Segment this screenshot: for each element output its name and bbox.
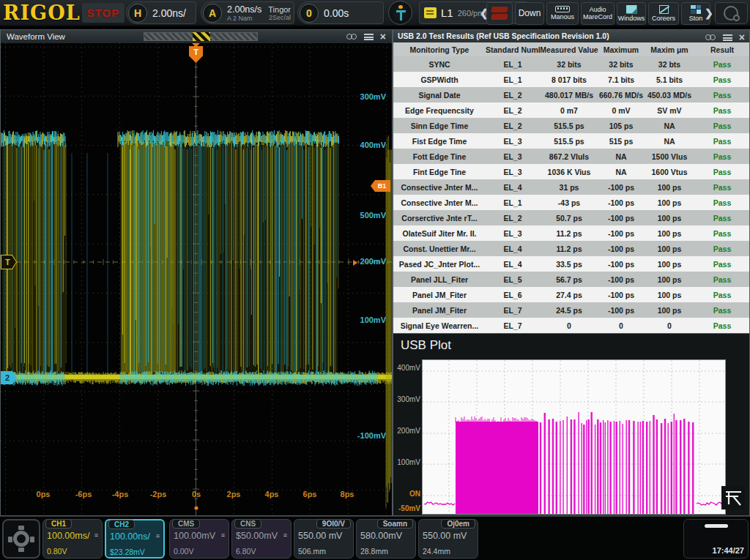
waveform-traces (1, 43, 392, 515)
channel-card-9oi0v[interactable]: 9OI0/V550.00 mV506.mm (294, 519, 354, 559)
position-knob[interactable]: 0 (300, 4, 319, 23)
result-cell: Pass (695, 260, 749, 269)
nav-button-down[interactable]: Down (515, 2, 544, 25)
trigger-knob[interactable] (388, 1, 412, 25)
table-row[interactable]: Const. Unettier Mr...EL_411.2 ps-100 ps1… (393, 241, 749, 256)
table-row[interactable]: Panel JM_FiterEL_724.5 ps-100 ps100 psPa… (393, 302, 749, 318)
table-row[interactable]: Panel JM_FiterEL_627.4 ps-100 ps100 psPa… (393, 287, 749, 302)
usb-plot-panel: USB Plot 400mV300mV200mV100mVON-50mV (393, 333, 750, 516)
value-cell: 480.017 MB/s (540, 91, 598, 100)
menu-icon[interactable] (364, 34, 374, 40)
channel-tab[interactable]: CMS (172, 519, 200, 529)
clock-box[interactable]: 17:44/27 (683, 519, 749, 559)
clock-text: 17:44/27 (713, 546, 744, 555)
channel-card-soamn[interactable]: Soamn580.00mV28.8mm (356, 519, 416, 559)
value-cell: 515.5 ps (540, 122, 598, 130)
channel-card-ch2[interactable]: CH2100.00ns/$23.28mV≡ (105, 519, 165, 559)
usb-table-title-bar[interactable]: USB 2.0 Test Results (Ref USB Specificat… (393, 30, 749, 42)
value-cell: 7.1 bits (598, 75, 644, 84)
nav-button-coreers[interactable]: Coreers (648, 2, 679, 25)
close-icon[interactable]: × (739, 33, 745, 42)
rigol-logo: RIGOL (3, 1, 81, 24)
channel-offset-value: 0.80V (47, 547, 67, 556)
channel-tab[interactable]: Oj0em (441, 519, 475, 529)
table-row[interactable]: GSPWidthEL_18 017 bits7.1 bits5.1 bitsPa… (393, 72, 749, 87)
cursors-icon (659, 5, 669, 14)
nav-button-manous[interactable]: Manous (546, 2, 579, 25)
table-row[interactable]: Fott Edge TineEL_3867.2 VlulsNA1500 Vlus… (393, 149, 749, 164)
horizontal-scrollbar[interactable] (144, 32, 258, 41)
result-cell: Pass (695, 75, 749, 84)
nav-button-audio-marecord[interactable]: AudioMareCord (581, 2, 615, 25)
value-cell: NA (598, 168, 644, 176)
windows-icon (626, 5, 637, 14)
menu-icon[interactable] (723, 34, 732, 41)
value-cell: Panel JM_Fiter (393, 306, 486, 315)
measure-icon (491, 14, 508, 20)
table-row[interactable]: Signal DateEL_2480.017 MB/s660.76 MD/s45… (393, 87, 749, 102)
value-cell: 100 ps (644, 306, 695, 315)
x-tick-label: 0s (180, 490, 212, 499)
table-row[interactable]: OlateSuif Jiter Mr. II.EL_311.2 ps-100 p… (393, 225, 749, 241)
nav-button-label: Down (519, 10, 541, 17)
run-stop-button[interactable]: STOP (82, 3, 125, 23)
nav-button-measure[interactable] (486, 2, 513, 25)
channel-card-ch1[interactable]: CH1100.00ms/0.80V≡ (42, 519, 103, 559)
nav-button-windows[interactable]: Windows (617, 2, 646, 25)
acquire-control[interactable]: A 2.00ns/s A 2 Nam Tingor 2Sec/al (201, 1, 294, 24)
link-icon[interactable] (705, 34, 716, 41)
table-row[interactable]: Fist Edge TimeEL_3515.5 ps515 psNAPass (393, 133, 749, 149)
table-row[interactable]: Consective Jnter M...EL_1-43 ps-100 ps10… (393, 195, 749, 210)
usb-plot-signal (423, 360, 725, 514)
channel-tab[interactable]: CH2 (108, 520, 135, 529)
table-row[interactable]: SYNCEL_132 bits32 bits32 btsPass (393, 56, 749, 72)
table-row[interactable]: Fint Edge TineEL_31036 K ViusNA1600 Vtus… (393, 164, 749, 179)
usb-plot-canvas[interactable] (422, 359, 726, 515)
result-cell: Pass (695, 60, 749, 69)
channel-tab[interactable]: CNS (234, 519, 261, 529)
usb-table-body: SYNCEL_132 bits32 bits32 btsPassGSPWidth… (393, 56, 749, 333)
channel-card-cms[interactable]: CMS100.00mV0.00V≡ (169, 519, 229, 559)
table-row[interactable]: Pased JC_Jnter Plot...EL_433.5 ps-100 ps… (393, 256, 749, 272)
value-cell: SYNC (393, 60, 486, 69)
settings-gear-button[interactable] (2, 519, 40, 559)
plot-y-label-accent: ON (394, 490, 420, 498)
channel-scale-value: 550.00 mV (423, 531, 467, 541)
value-cell: 660.76 MD/s (598, 91, 644, 100)
value-cell: 56.7 ps (540, 275, 598, 284)
record-icon[interactable] (721, 486, 745, 509)
acquire-knob[interactable]: A (203, 4, 222, 23)
channel-card-oj0em[interactable]: Oj0em550.00 mV24.4mm (418, 519, 478, 559)
waveform-title-bar[interactable]: Waveform View × (1, 30, 392, 43)
scroll-position-marker[interactable] (193, 32, 210, 41)
waveform-canvas[interactable]: T B1 T 2 0ps-6ps-4ps-2ps0s2ps4ps6ps8ps 3… (1, 43, 392, 515)
usb-table-header: Monitoring TypeStandard NumberMeasured V… (393, 42, 749, 56)
channel-tab[interactable]: CH1 (45, 519, 72, 529)
table-row[interactable]: Edge FrequencsityEL_20 m70 mVSV mVPass (393, 102, 749, 118)
value-cell: Sinn Edge Time (393, 122, 486, 130)
nav-right-chevron[interactable]: ❯ (705, 7, 713, 19)
channel-tab[interactable]: Soamn (377, 519, 413, 529)
value-cell: -100 ps (598, 214, 644, 223)
horizontal-position-control[interactable]: 0 0.00s (297, 1, 384, 24)
result-cell: Pass (695, 306, 749, 315)
horizontal-scale-control[interactable]: H 2.00ns/ (126, 1, 196, 24)
channel-card-cns[interactable]: CNS$50.00mV6.80V≡ (231, 519, 292, 559)
nav-button-label: Coreers (652, 15, 675, 22)
channel-tab[interactable]: 9OI0/V (316, 519, 351, 529)
rotate-screen-button[interactable] (715, 2, 748, 24)
channel-scale-value: 580.00mV (360, 531, 402, 541)
value-cell: 32 bts (644, 60, 695, 69)
horizontal-knob[interactable]: H (128, 4, 147, 23)
close-icon[interactable]: × (380, 32, 386, 41)
value-cell: 450.03 MD/s (644, 91, 695, 100)
channel-offset-value: $23.28mV (110, 548, 145, 556)
table-row[interactable]: Corserctive Jnte rT...EL_250.7 ps-100 ps… (393, 210, 749, 225)
table-row[interactable]: Signal Eye Wearren...EL_7000Pass (393, 318, 749, 333)
table-row[interactable]: Consective Jnter M...EL_431 ps-100 ps100… (393, 179, 749, 195)
value-cell: -100 ps (598, 198, 644, 207)
table-row[interactable]: Panel JLL_FiterEL_556.7 ps-100 ps100 psP… (393, 272, 749, 287)
link-icon[interactable] (346, 34, 357, 40)
usb-plot-title: USB Plot (401, 338, 451, 353)
table-row[interactable]: Sinn Edge TimeEL_2515.5 ps105 psNAPass (393, 118, 749, 133)
